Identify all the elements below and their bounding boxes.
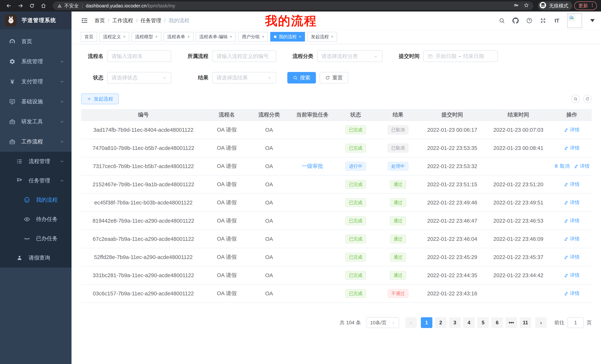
toolbox-icon [9, 119, 15, 125]
breadcrumb-item[interactable]: 工作流程 [112, 17, 133, 24]
address-bar[interactable]: 不安全 dashboard.yudao.iocoder.cn/bpm/task/… [53, 1, 533, 10]
close-tab-icon[interactable]: × [155, 35, 158, 39]
sidebar-item-label: 请假查询 [29, 254, 50, 262]
tab-label: 发起流程 [311, 34, 329, 40]
robot-icon [24, 197, 30, 203]
submit-time: 2022-01-22 23:46:04 [419, 236, 485, 242]
tab-proc-model[interactable]: 流程模型× [131, 32, 161, 42]
tab-proc-form[interactable]: 流程表单× [164, 32, 193, 42]
app-logo-row[interactable]: 芋道管理系统 [0, 11, 71, 29]
sidebar-item-label: 已办任务 [36, 235, 58, 242]
github-icon[interactable] [512, 17, 519, 24]
goto-page-input[interactable] [567, 317, 584, 328]
detail-link[interactable]: 详情 [564, 181, 580, 188]
person-icon [16, 255, 23, 261]
sidebar-item-infra[interactable]: 基础设施 [0, 92, 71, 112]
tab-start-process[interactable]: 发起流程× [307, 32, 337, 42]
sidebar-item-devtools[interactable]: 研发工具 [0, 112, 71, 132]
tab-home[interactable]: 首页 [81, 32, 97, 42]
key-icon[interactable] [514, 3, 519, 9]
current-task: 一级审批 [290, 163, 334, 170]
help-icon[interactable] [526, 17, 533, 24]
sidebar-item-system[interactable]: 系统管理 [0, 52, 71, 72]
end-time: 2022-01-22 23:45:37 [485, 254, 551, 260]
avatar-dropdown-icon[interactable] [590, 19, 595, 22]
close-tab-icon[interactable]: × [123, 35, 126, 39]
close-tab-icon[interactable]: × [299, 35, 301, 39]
process-name-input[interactable] [112, 53, 167, 59]
refresh-table-button[interactable] [583, 95, 592, 103]
process-name: OA 请假 [206, 163, 248, 170]
chrome-update-button[interactable]: 更新 [574, 1, 597, 10]
close-tab-icon[interactable]: × [262, 35, 264, 39]
page-button-11[interactable]: 11 [520, 317, 531, 328]
submit-time-range-picker[interactable]: 开始日期 - 结束日期 [423, 50, 498, 62]
close-tab-icon[interactable]: × [187, 35, 190, 39]
more-pages-button[interactable]: ••• [506, 317, 517, 328]
page-button-4[interactable]: 4 [463, 317, 475, 328]
task-link[interactable]: 一级审批 [302, 163, 323, 169]
back-icon[interactable] [6, 2, 12, 9]
detail-link[interactable]: 详情 [564, 217, 580, 224]
sidebar-item-todo-tasks[interactable]: 待办任务 [0, 210, 71, 229]
detail-link[interactable]: 详情 [564, 199, 580, 206]
prev-page-button[interactable]: ‹ [405, 317, 417, 328]
status-select[interactable]: 请选择状态 [107, 72, 171, 84]
browser-menu-icon[interactable] [590, 3, 595, 9]
avatar[interactable] [567, 13, 582, 28]
tab-proc-def[interactable]: 流程定义× [99, 32, 129, 42]
detail-link[interactable]: 详情 [564, 145, 580, 151]
detail-link[interactable]: 详情 [564, 272, 580, 278]
home-icon[interactable] [40, 2, 47, 9]
forward-icon[interactable] [17, 2, 24, 9]
search-button[interactable]: 搜索 [287, 72, 316, 84]
detail-link[interactable]: 详情 [574, 163, 590, 169]
table-row: 7470a810-7b9b-11ec-b5b7-acde48001122OA 请… [81, 139, 592, 157]
font-size-icon[interactable]: tT [553, 17, 560, 24]
tab-proc-form-edit[interactable]: 流程表单-编辑× [196, 32, 236, 42]
parent-process-input[interactable] [217, 53, 272, 59]
breadcrumb-separator: / [108, 18, 109, 24]
breadcrumb-item[interactable]: 任务管理 [140, 17, 161, 24]
sidebar-item-process-mgmt[interactable]: 流程管理 [0, 152, 71, 171]
page-button-1[interactable]: 1 [421, 317, 432, 328]
page-button-2[interactable]: 2 [435, 317, 446, 328]
process-name: OA 请假 [206, 144, 248, 152]
header-search-icon[interactable] [499, 17, 505, 24]
category-select[interactable]: 请选择流程分类 [317, 50, 382, 62]
process-category: OA [248, 182, 290, 188]
sidebar-item-my-process[interactable]: 我的流程 [0, 190, 71, 210]
cancel-link[interactable]: 取消 [554, 163, 570, 169]
sidebar-item-label: 流程管理 [29, 158, 50, 165]
breadcrumb-item[interactable]: 首页 [95, 17, 105, 24]
show-search-toggle-button[interactable] [571, 95, 580, 103]
tab-user-group[interactable]: 用户分组× [238, 32, 268, 42]
table-header-row: 编号流程名流程分类当前审批任务状态结果提交时间结束时间操作 [81, 109, 592, 121]
page-button-6[interactable]: 6 [491, 317, 503, 328]
status-badge: 已完成 [345, 144, 366, 153]
sidebar-item-payment[interactable]: ¥支付管理 [0, 72, 71, 92]
result-select[interactable]: 请选择流结果 [212, 72, 276, 84]
sidebar-item-leave-query[interactable]: 请假查询 [0, 248, 71, 268]
page-button-3[interactable]: 3 [449, 317, 461, 328]
close-tab-icon[interactable]: × [331, 35, 333, 39]
page-button-5[interactable]: 5 [477, 317, 489, 328]
page-size-select[interactable]: 10条/页 [366, 317, 399, 328]
bookmark-star-icon[interactable] [524, 3, 529, 9]
fullscreen-icon[interactable] [540, 17, 546, 24]
sidebar-item-done-tasks[interactable]: 已办任务 [0, 229, 71, 248]
next-page-button[interactable]: › [535, 317, 547, 328]
detail-link[interactable]: 详情 [564, 236, 580, 242]
collapse-sidebar-icon[interactable] [81, 17, 88, 24]
reset-button[interactable]: 重置 [320, 72, 348, 84]
detail-link[interactable]: 详情 [564, 254, 580, 260]
sidebar-item-workflow[interactable]: 工作流程 [0, 132, 71, 152]
tab-my-process[interactable]: 我的流程× [270, 32, 305, 42]
reload-icon[interactable] [29, 2, 35, 9]
detail-link[interactable]: 详情 [564, 126, 580, 133]
detail-link[interactable]: 详情 [564, 290, 580, 297]
close-tab-icon[interactable]: × [230, 35, 232, 39]
sidebar-item-home[interactable]: 首页 [0, 31, 71, 52]
sidebar-item-task-mgmt[interactable]: 任务管理 [0, 171, 71, 190]
start-process-button[interactable]: 发起流程 [81, 94, 119, 104]
